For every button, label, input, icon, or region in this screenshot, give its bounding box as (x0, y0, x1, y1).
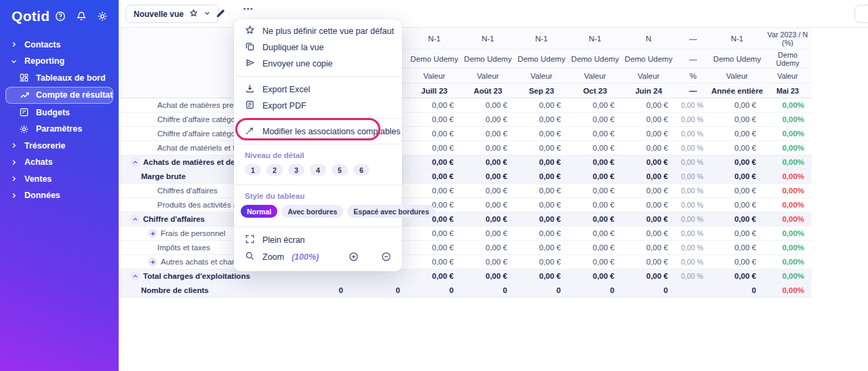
detail-level-label: Niveau de détail (234, 149, 402, 164)
value-cell: 0 (461, 284, 515, 297)
value-cell: 0,00 € (515, 198, 568, 212)
value-cell: 0,00 € (568, 113, 622, 126)
value-cell: 0,00 € (408, 241, 461, 254)
detail-level-3[interactable]: 3 (288, 164, 304, 176)
sidebar-item-donn-es[interactable]: Données (5, 188, 113, 203)
detail-level-5[interactable]: 5 (332, 164, 348, 176)
partial-button[interactable] (854, 5, 868, 23)
header-cell: Année entière (711, 83, 764, 98)
fullscreen-icon (245, 234, 255, 246)
value-cell: 0,00 € (568, 155, 622, 169)
chart-icon (20, 90, 30, 100)
chevron-up-icon[interactable] (130, 214, 140, 224)
menu-item-export-excel[interactable]: Export Excel (234, 81, 402, 98)
value-cell: 0,00% (764, 127, 812, 140)
sidebar-item-budgets[interactable]: Budgets (5, 104, 113, 120)
value-cell: 0,00 € (515, 155, 568, 169)
row-label-text: Nombre de clients (141, 286, 209, 294)
sidebar-item-compte-de-r-sultat[interactable]: Compte de résultat (5, 87, 113, 104)
menu-item-fullscreen[interactable]: Plein écran (234, 232, 402, 248)
menu-item-export-pdf[interactable]: Export PDF (234, 98, 402, 114)
sidebar-item-tableaux-de-bord[interactable]: Tableaux de bord (5, 70, 113, 85)
value-cell: 0,00 € (622, 155, 675, 169)
chevron-right-icon (10, 175, 20, 182)
star-icon (245, 25, 255, 37)
chevron-right-icon (10, 41, 20, 48)
view-selector-button[interactable]: Nouvelle vue (125, 5, 219, 23)
value-cell: 0,00 % (675, 212, 711, 226)
menu-divider (234, 144, 402, 144)
sidebar-item-label: Ventes (24, 174, 52, 184)
style-option-avec-bordures[interactable]: Avec bordures (281, 205, 343, 218)
value-cell: 0,00 € (408, 184, 461, 197)
value-cell (288, 269, 351, 283)
table-row: Chiffres d'affaires0,00 €0,00 €0,00 €0,0… (119, 184, 812, 198)
value-cell: 0,00 % (675, 141, 711, 155)
value-cell: 0,00 % (675, 127, 711, 140)
detail-level-6[interactable]: 6 (353, 164, 370, 176)
header-cell: Demo Udemy (711, 50, 764, 69)
detail-level-pills: 123456 (234, 164, 402, 180)
value-cell (675, 284, 711, 297)
header-cell: Juill 23 (408, 83, 461, 98)
edit-pencil-icon[interactable] (215, 8, 226, 22)
header-cell: Demo Udemy (622, 50, 675, 69)
plus-icon[interactable] (148, 257, 157, 267)
header-cell: Oct 23 (568, 83, 622, 98)
sidebar-item-achats[interactable]: Achats (5, 155, 113, 170)
value-cell: 0,00 € (408, 141, 461, 155)
value-cell: 0,00 € (568, 212, 622, 226)
value-cell: 0,00 € (408, 127, 461, 140)
sidebar-item-contacts[interactable]: Contacts (5, 37, 113, 52)
sidebar-item-label: Contacts (24, 40, 60, 50)
header-cell: Valeur (408, 69, 461, 83)
style-option-espac-avec-bordures[interactable]: Espacé avec bordures (347, 205, 435, 218)
sidebar-item-param-tres[interactable]: Paramètres (5, 121, 113, 137)
sidebar-item-tr-sorerie[interactable]: Trésorerie (5, 138, 113, 153)
zoom-in-icon[interactable] (349, 252, 359, 262)
header-cell: — (675, 50, 711, 69)
value-cell: 0,00 € (711, 184, 764, 197)
sidebar-item-reporting[interactable]: Reporting (5, 54, 113, 69)
value-cell: 0,00% (764, 155, 812, 169)
row-label[interactable]: Total charges d'exploitations (119, 269, 288, 283)
table-row: Achats de matières et de fournit0,00 €0,… (119, 155, 812, 170)
menu-divider (234, 76, 402, 77)
style-option-normal[interactable]: Normal (241, 205, 277, 218)
chevron-up-icon[interactable] (130, 157, 140, 167)
detail-level-2[interactable]: 2 (267, 164, 283, 176)
header-cell: Valeur (711, 69, 764, 83)
menu-item-duplicate-view[interactable]: Dupliquer la vue (234, 39, 402, 56)
value-cell: 0,00 € (515, 98, 568, 112)
menu-item-default-view[interactable]: Ne plus définir cette vue par défaut (234, 23, 402, 39)
app-logo: Qotid (12, 8, 55, 24)
header-cell: Août 23 (461, 83, 515, 98)
help-icon[interactable] (55, 11, 66, 22)
sidebar-item-ventes[interactable]: Ventes (5, 171, 113, 187)
more-options-button[interactable]: ⋯ (243, 3, 254, 15)
menu-item-send-copy[interactable]: Envoyer une copie (234, 56, 402, 72)
value-cell: 0,00 € (408, 227, 461, 240)
value-cell: 0,00 % (675, 184, 711, 197)
bell-icon[interactable] (76, 11, 87, 22)
value-cell: 0,00 € (515, 227, 568, 240)
plus-icon[interactable] (148, 229, 157, 238)
value-cell: 0,00 € (568, 227, 622, 240)
sidebar-item-label: Trésorerie (24, 141, 65, 151)
table-row: Marge brute0,00 €0,00 €0,00 €0,00 €0,00 … (119, 170, 812, 184)
value-cell: 0,00 € (461, 227, 515, 240)
value-cell: 0,00 € (711, 98, 764, 112)
value-cell: 0,00 % (675, 255, 711, 269)
table-row: Total charges d'exploitations0,00 €0,00 … (119, 269, 812, 284)
chevron-up-icon[interactable] (130, 271, 140, 281)
value-cell: 0,00 % (675, 198, 711, 212)
value-cell: 0,00 € (408, 98, 461, 112)
row-label: Nombre de clients (119, 284, 288, 297)
detail-level-1[interactable]: 1 (245, 164, 261, 176)
detail-level-4[interactable]: 4 (310, 164, 326, 176)
value-cell: 0,00% (764, 227, 812, 240)
row-label-text: Chiffres d'affaires (157, 187, 218, 195)
zoom-out-icon[interactable] (381, 252, 391, 262)
gear-icon[interactable] (97, 11, 108, 22)
value-cell: 0,00 € (568, 255, 622, 269)
